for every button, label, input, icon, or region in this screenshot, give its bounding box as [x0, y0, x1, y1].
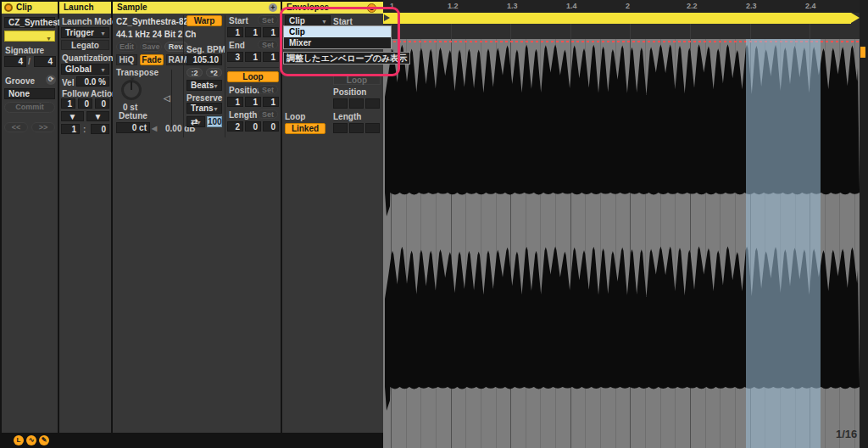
fa-chance-b[interactable]: 0: [91, 124, 109, 134]
plus-icon[interactable]: +: [269, 3, 277, 12]
signature-numerator[interactable]: 4: [4, 56, 26, 67]
edit-button[interactable]: Edit: [116, 42, 137, 52]
envelope-loop-button[interactable]: Loop: [333, 75, 381, 85]
knob-pointer: [131, 81, 132, 90]
fa-chance-a[interactable]: 1: [61, 124, 80, 134]
sample-display[interactable]: 1 1.2 1.3 1.4 2 2.2 2.3 2.4 1/16: [383, 0, 868, 448]
length-set-button[interactable]: Set: [258, 109, 278, 119]
envelopes-title: Envelopes: [287, 3, 329, 12]
menu-item-clip[interactable]: Clip: [283, 25, 392, 37]
follow-action-label: Follow Action: [62, 89, 117, 98]
detune-label: Detune: [119, 111, 147, 120]
groove-hotswap-icon[interactable]: ⟳: [46, 75, 56, 85]
seg-bpm-field[interactable]: 105.10: [186, 54, 222, 65]
envelope-length-beats[interactable]: [349, 123, 364, 133]
hiq-button[interactable]: HiQ: [116, 54, 137, 65]
clip-name-field[interactable]: CZ_Synthest: [4, 17, 55, 28]
loop-position-bars[interactable]: 1: [227, 97, 243, 107]
commit-button[interactable]: Commit: [4, 102, 55, 113]
half-tempo-button[interactable]: :2: [186, 68, 203, 77]
fa-time-sixteenths[interactable]: 0: [95, 98, 109, 109]
end-set-button[interactable]: Set: [258, 40, 278, 49]
fa-time-bars[interactable]: 1: [61, 98, 75, 109]
divider: [227, 67, 279, 68]
fade-button[interactable]: Fade: [140, 54, 164, 65]
clip-activator-icon[interactable]: [4, 3, 13, 12]
divider: [225, 15, 225, 137]
fa-time-beats[interactable]: 0: [78, 98, 92, 109]
gain-slider-handle-icon[interactable]: ◁: [164, 93, 170, 103]
envelope-position-sixteenths[interactable]: [365, 98, 380, 109]
sample-title: Sample: [117, 3, 147, 12]
nudge-back-button[interactable]: <<: [4, 122, 28, 132]
time-selection-highlight: [746, 39, 821, 448]
loop-position-sixteenths[interactable]: 1: [263, 97, 279, 107]
detune-field[interactable]: 0 ct: [116, 122, 150, 133]
start-label: Start: [229, 16, 248, 25]
sample-box-header: Sample: [113, 2, 281, 14]
launch-box-header: Launch: [59, 2, 111, 14]
signature-separator: /: [28, 57, 31, 66]
launch-box-toggle[interactable]: L: [14, 435, 24, 445]
scroll-marker[interactable]: [860, 47, 865, 58]
start-set-button[interactable]: Set: [258, 15, 278, 25]
seg-bpm-label: Seg. BPM: [186, 45, 225, 54]
sample-file-name: CZ_Synthestra-82-2: [116, 17, 191, 26]
preserve-label: Preserve: [186, 93, 222, 103]
launch-title: Launch: [64, 3, 94, 12]
envelope-arrow-icon[interactable]: ▲: [367, 3, 376, 13]
transient-loop-mode-chooser[interactable]: ⇄▼: [186, 116, 205, 127]
preserve-chooser[interactable]: Trans▼: [186, 103, 222, 114]
legato-button[interactable]: Legato: [61, 40, 109, 50]
double-tempo-button[interactable]: *2: [206, 68, 222, 77]
quantization-chooser[interactable]: Global▼: [61, 64, 109, 75]
clip-box: Clip CZ_Synthest ▼ Signature 4 / 4 Groov…: [2, 2, 58, 433]
warp-button[interactable]: Warp: [186, 15, 222, 26]
ableton-clip-view: 1 1.2 1.3 1.4 2 2.2 2.3 2.4 1/16 Clip CZ: [0, 0, 868, 448]
end-sixteenths[interactable]: 1: [263, 52, 279, 62]
envelope-loop-label: Loop: [285, 112, 305, 121]
signature-denominator[interactable]: 4: [34, 56, 56, 67]
divider: [183, 15, 184, 137]
launch-mode-label: Launch Mode: [62, 17, 116, 26]
envelope-length-bars[interactable]: [333, 123, 348, 133]
envelope-position-beats[interactable]: [349, 98, 364, 109]
fa-chance-colon: :: [83, 125, 86, 134]
end-beats[interactable]: 1: [245, 52, 261, 62]
transpose-knob[interactable]: [121, 80, 142, 100]
loop-length-beats[interactable]: 0: [245, 121, 261, 132]
envelope-position-bars[interactable]: [333, 98, 348, 109]
follow-action-a-chooser[interactable]: ▼: [61, 111, 84, 121]
groove-chooser[interactable]: None: [4, 88, 55, 99]
linked-button[interactable]: Linked: [285, 123, 326, 134]
follow-action-b-chooser[interactable]: ▼: [86, 111, 109, 121]
warp-mode-chooser[interactable]: Beats▼: [186, 80, 222, 91]
loop-button[interactable]: Loop: [227, 71, 279, 82]
position-set-button[interactable]: Set: [258, 85, 278, 94]
start-sixteenths[interactable]: 1: [263, 27, 279, 37]
envelopes-box-toggle[interactable]: ✎: [39, 435, 49, 445]
loop-position-beats[interactable]: 1: [245, 97, 261, 107]
transient-envelope-field[interactable]: 100: [207, 116, 222, 127]
signature-label: Signature: [5, 46, 44, 55]
reverse-button[interactable]: Rev.: [164, 42, 188, 52]
groove-label: Groove: [5, 76, 35, 86]
sample-box-toggle[interactable]: ∿: [26, 435, 36, 445]
start-bars[interactable]: 1: [227, 27, 243, 37]
envelope-length-sixteenths[interactable]: [365, 123, 380, 133]
save-button[interactable]: Save: [140, 42, 162, 52]
launch-mode-chooser[interactable]: Trigger▼: [61, 27, 109, 38]
clip-color-chooser[interactable]: ▼: [4, 31, 55, 42]
length-label: Length: [229, 110, 257, 120]
menu-item-show-adjusted-envelopes[interactable]: 調整したエンベロープのみ表示: [283, 52, 410, 64]
grid-resolution-label: 1/16: [836, 428, 857, 440]
start-beats[interactable]: 1: [245, 27, 261, 37]
loop-length-sixteenths[interactable]: 0: [263, 121, 279, 132]
velocity-field[interactable]: 0.0 %: [76, 76, 109, 87]
nudge-forward-button[interactable]: >>: [31, 122, 55, 132]
envelopes-box: Envelopes ▲ Clip▼ Start Loop Position Lo…: [282, 2, 383, 433]
loop-length-bars[interactable]: 2: [227, 121, 243, 132]
gain-slider-track[interactable]: [171, 70, 172, 127]
end-bars[interactable]: 3: [227, 52, 243, 62]
menu-item-mixer[interactable]: Mixer: [283, 37, 392, 49]
